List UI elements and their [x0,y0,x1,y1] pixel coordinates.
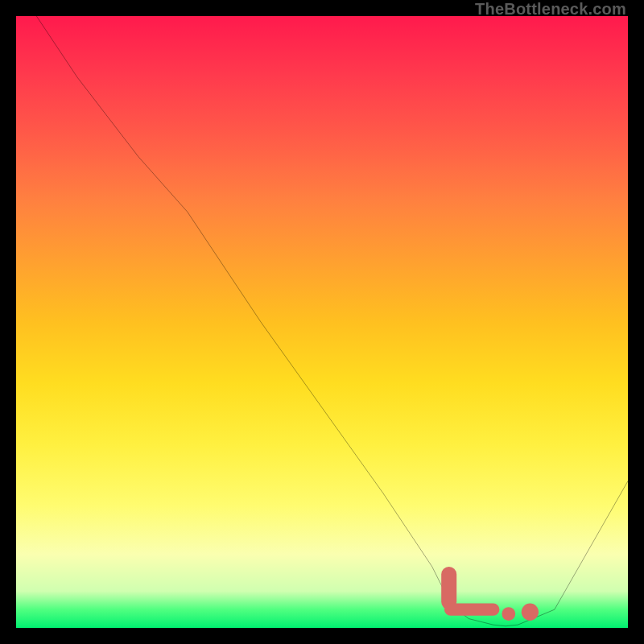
chart-svg [16,16,628,628]
curve-marker [441,567,456,609]
curve-marker [444,604,499,616]
curve-marker-dot [502,607,515,621]
bottleneck-curve-path [28,4,628,626]
curve-marker-dot [522,604,539,621]
watermark-text: TheBottleneck.com [475,0,626,19]
marker-layer [441,567,539,621]
chart-frame: TheBottleneck.com [0,0,644,644]
